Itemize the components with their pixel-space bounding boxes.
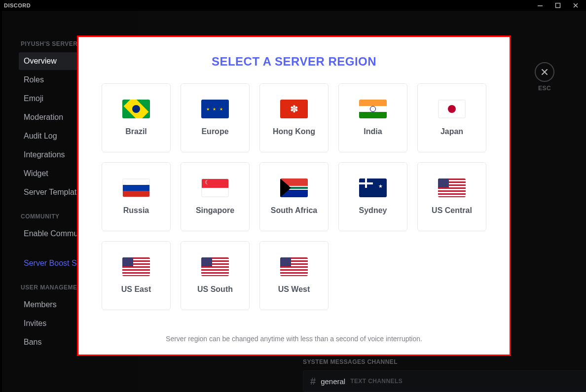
system-messages-section: SYSTEM MESSAGES CHANNEL # general TEXT C… xyxy=(303,358,586,392)
region-card-us-south[interactable]: US South xyxy=(181,241,250,310)
region-card-europe[interactable]: Europe xyxy=(181,83,250,152)
region-card-russia[interactable]: Russia xyxy=(102,162,171,231)
flag-icon-us xyxy=(280,257,308,276)
region-card-brazil[interactable]: Brazil xyxy=(102,83,171,152)
region-card-india[interactable]: India xyxy=(338,83,407,152)
region-name: Europe xyxy=(201,127,228,136)
region-name: Singapore xyxy=(196,206,234,215)
region-card-us-east[interactable]: US East xyxy=(102,241,171,310)
flag-icon-hk xyxy=(280,100,308,118)
region-name: Japan xyxy=(440,127,463,136)
close-settings: ESC xyxy=(535,62,554,92)
window-maximize-icon[interactable] xyxy=(553,1,562,10)
flag-icon-us xyxy=(201,257,229,276)
region-card-japan[interactable]: Japan xyxy=(417,83,486,152)
region-name: Brazil xyxy=(125,127,147,136)
flag-icon-us xyxy=(438,178,466,197)
system-messages-label: SYSTEM MESSAGES CHANNEL xyxy=(303,358,586,365)
window-close-icon[interactable] xyxy=(571,1,580,10)
flag-icon-brazil xyxy=(122,100,150,118)
svg-rect-1 xyxy=(556,3,560,8)
region-name: Sydney xyxy=(359,206,387,215)
region-name: US East xyxy=(121,285,151,294)
region-name: US West xyxy=(278,285,310,294)
region-card-south-africa[interactable]: South Africa xyxy=(259,162,329,231)
titlebar: DISCORD xyxy=(0,0,586,11)
close-button[interactable] xyxy=(535,62,554,82)
flag-icon-sa xyxy=(280,178,308,197)
region-name: US South xyxy=(197,285,233,294)
region-card-singapore[interactable]: Singapore xyxy=(181,162,250,231)
region-card-sydney[interactable]: Sydney xyxy=(338,162,407,231)
flag-icon-us xyxy=(122,257,150,276)
flag-icon-europe xyxy=(201,100,229,118)
hash-icon: # xyxy=(310,376,316,387)
app-brand: DISCORD xyxy=(4,2,31,8)
region-name: Russia xyxy=(123,206,149,215)
region-name: India xyxy=(364,127,382,136)
window-controls xyxy=(536,1,582,10)
close-esc-label: ESC xyxy=(538,85,551,92)
system-messages-select[interactable]: # general TEXT CHANNELS xyxy=(303,370,586,392)
region-name: South Africa xyxy=(271,206,318,215)
region-name: Hong Kong xyxy=(273,127,315,136)
flag-icon-japan xyxy=(438,100,466,118)
flag-icon-russia xyxy=(122,178,150,197)
region-modal: SELECT A SERVER REGION BrazilEuropeHong … xyxy=(77,36,511,356)
region-card-us-west[interactable]: US West xyxy=(259,241,329,310)
modal-title: SELECT A SERVER REGION xyxy=(101,55,487,69)
region-name: US Central xyxy=(432,206,472,215)
flag-icon-singapore xyxy=(201,178,229,197)
flag-icon-sydney xyxy=(359,178,387,197)
system-channel-category: TEXT CHANNELS xyxy=(350,378,403,385)
flag-icon-india xyxy=(359,100,387,118)
region-card-hong-kong[interactable]: Hong Kong xyxy=(259,83,329,152)
region-card-us-central[interactable]: US Central xyxy=(417,162,486,231)
region-grid: BrazilEuropeHong KongIndiaJapanRussiaSin… xyxy=(101,83,487,310)
svg-rect-0 xyxy=(538,5,543,6)
window-minimize-icon[interactable] xyxy=(536,1,545,10)
modal-footer-text: Server region can be changed anytime wit… xyxy=(101,325,487,343)
system-channel-name: general xyxy=(321,377,345,386)
